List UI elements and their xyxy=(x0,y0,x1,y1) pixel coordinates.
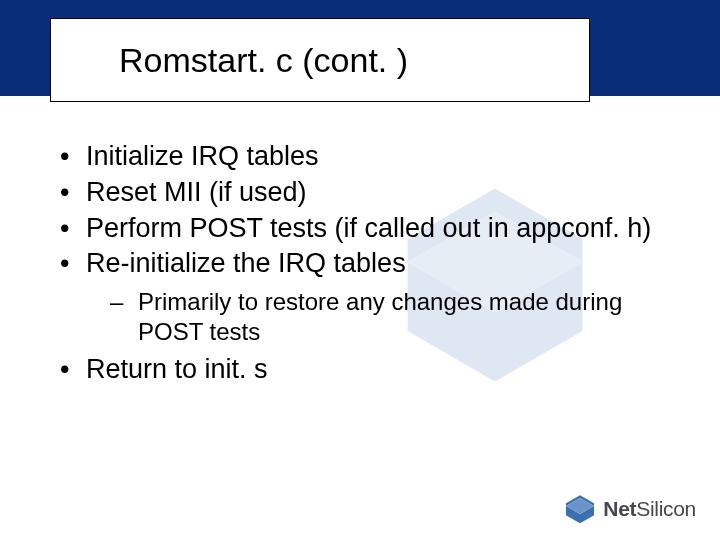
logo-silicon: Silicon xyxy=(636,497,696,520)
list-item: Reset MII (if used) xyxy=(56,176,680,210)
list-item: Perform POST tests (if called out in app… xyxy=(56,212,680,246)
bullet-list: Initialize IRQ tables Reset MII (if used… xyxy=(56,140,680,387)
content-area: Initialize IRQ tables Reset MII (if used… xyxy=(56,140,680,389)
list-item-text: Re-initialize the IRQ tables xyxy=(86,248,406,278)
list-item: Initialize IRQ tables xyxy=(56,140,680,174)
list-item: Return to init. s xyxy=(56,353,680,387)
sub-list-item: Primarily to restore any changes made du… xyxy=(110,287,680,347)
sub-list: Primarily to restore any changes made du… xyxy=(86,287,680,347)
list-item: Re-initialize the IRQ tables Primarily t… xyxy=(56,247,680,347)
logo-icon xyxy=(563,494,597,524)
logo-text: NetSilicon xyxy=(603,497,696,521)
slide-title: Romstart. c (cont. ) xyxy=(119,41,408,80)
footer-logo: NetSilicon xyxy=(563,494,696,524)
logo-net: Net xyxy=(603,497,636,520)
title-box: Romstart. c (cont. ) xyxy=(50,18,590,102)
